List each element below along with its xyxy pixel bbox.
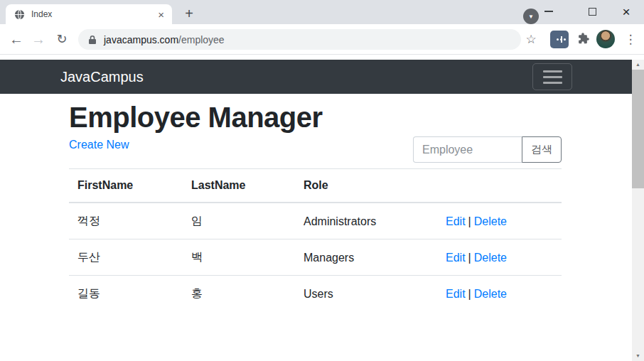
- search-input[interactable]: [413, 136, 522, 163]
- header-role: Role: [295, 169, 437, 203]
- bookmark-star-icon[interactable]: ☆: [521, 24, 541, 54]
- page-content: Employee Manager Create New 검색 FirstName…: [69, 94, 562, 134]
- window-minimize-button[interactable]: [537, 0, 561, 23]
- navbar-toggler-button[interactable]: [532, 63, 572, 90]
- table-row: 꺽정 임 Administrators Edit|Delete: [69, 203, 562, 239]
- hamburger-icon: [543, 76, 562, 78]
- cell-lastname: 임: [183, 203, 295, 239]
- hamburger-icon: [543, 70, 562, 72]
- maximize-icon: [589, 8, 596, 16]
- cell-firstname: 길동: [69, 276, 183, 312]
- url-domain: javacampus.com: [104, 34, 178, 45]
- page-scrollbar: ▲ ▼: [632, 60, 644, 361]
- table-row: 두산 백 Managers Edit|Delete: [69, 239, 562, 276]
- url-text: javacampus.com/employee: [104, 34, 225, 45]
- page-title: Employee Manager: [69, 94, 562, 134]
- scroll-up-icon[interactable]: ▲: [632, 60, 644, 70]
- scrollbar-thumb[interactable]: [632, 70, 644, 188]
- search-button[interactable]: 검색: [522, 136, 562, 163]
- forward-icon: →: [28, 24, 49, 54]
- edit-link[interactable]: Edit: [446, 215, 466, 227]
- delete-link[interactable]: Delete: [474, 288, 507, 300]
- cell-actions: Edit|Delete: [437, 203, 562, 239]
- action-separator: |: [466, 252, 474, 264]
- cell-role: Users: [295, 276, 437, 312]
- close-icon: ×: [622, 5, 630, 18]
- tab-strip: Index × + ▼ ×: [0, 0, 644, 24]
- browser-toolbar: ← → ↻ javacampus.com/employee ☆ ⋮: [0, 24, 644, 55]
- delete-link[interactable]: Delete: [474, 252, 507, 264]
- extensions-puzzle-icon[interactable]: [576, 33, 589, 48]
- url-path: /employee: [178, 34, 225, 45]
- app-navbar: JavaCampus: [0, 60, 632, 94]
- edit-link[interactable]: Edit: [446, 252, 466, 264]
- lock-icon: [88, 35, 97, 45]
- cell-firstname: 꺽정: [69, 203, 183, 239]
- extension-bar-icon: [561, 36, 562, 43]
- edit-link[interactable]: Edit: [446, 288, 466, 300]
- window-maximize-button[interactable]: [580, 0, 604, 23]
- action-separator: |: [466, 288, 474, 300]
- minimize-icon: [544, 11, 553, 12]
- tab-title: Index: [31, 9, 156, 19]
- navbar-brand[interactable]: JavaCampus: [60, 60, 144, 94]
- header-lastname: LastName: [183, 169, 295, 203]
- browser-tab[interactable]: Index ×: [6, 4, 172, 24]
- window-close-button[interactable]: ×: [614, 0, 638, 23]
- cell-firstname: 두산: [69, 239, 183, 276]
- hamburger-icon: [543, 82, 562, 84]
- cell-role: Managers: [295, 239, 437, 276]
- cell-actions: Edit|Delete: [437, 276, 562, 312]
- create-new-link[interactable]: Create New: [69, 139, 129, 151]
- action-separator: |: [466, 215, 474, 227]
- password-extension-icon[interactable]: [550, 31, 569, 48]
- reload-icon[interactable]: ↻: [51, 24, 73, 54]
- header-actions: [437, 169, 562, 203]
- browser-window: Index × + ▼ × ← → ↻ javacampus.com/emplo…: [0, 0, 644, 361]
- cell-lastname: 홍: [183, 276, 295, 312]
- header-firstname: FirstName: [69, 169, 183, 203]
- employee-table: FirstName LastName Role 꺽정 임 Administrat…: [69, 168, 562, 311]
- search-group: 검색: [413, 136, 562, 163]
- table-header-row: FirstName LastName Role: [69, 169, 562, 203]
- address-bar[interactable]: javacampus.com/employee: [78, 29, 521, 50]
- cell-lastname: 백: [183, 239, 295, 276]
- table-row: 길동 홍 Users Edit|Delete: [69, 276, 562, 312]
- browser-menu-icon[interactable]: ⋮: [620, 24, 641, 54]
- delete-link[interactable]: Delete: [474, 215, 507, 227]
- cell-role: Administrators: [295, 203, 437, 239]
- extension-dots-icon: [557, 38, 559, 41]
- back-icon[interactable]: ←: [6, 24, 27, 54]
- globe-favicon-icon: [14, 9, 25, 20]
- new-tab-icon[interactable]: +: [180, 5, 198, 23]
- tab-close-icon[interactable]: ×: [156, 9, 166, 21]
- cell-actions: Edit|Delete: [437, 239, 562, 276]
- profile-avatar[interactable]: [596, 30, 615, 48]
- scroll-down-icon[interactable]: ▼: [632, 351, 644, 361]
